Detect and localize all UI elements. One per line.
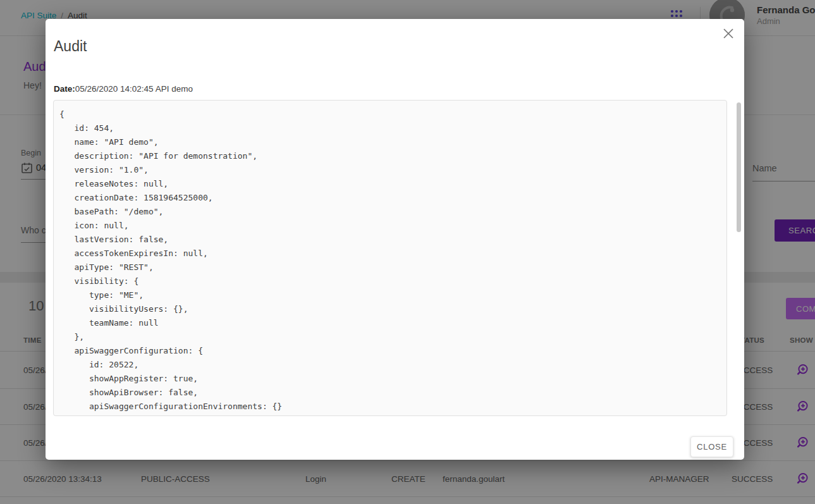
modal-date-line: Date:05/26/2020 14:02:45 API demo bbox=[54, 84, 193, 94]
screen: API Suite/Audit Fernanda Goulart Admin bbox=[0, 0, 815, 504]
close-button[interactable]: CLOSE bbox=[690, 436, 733, 457]
audit-json-code-block: { id: 454, name: "API demo", description… bbox=[53, 100, 727, 416]
modal-scrollbar-thumb[interactable] bbox=[737, 102, 741, 232]
audit-json-content: { id: 454, name: "API demo", description… bbox=[54, 101, 726, 414]
modal-date-value: 05/26/2020 14:02:45 API demo bbox=[75, 84, 193, 94]
close-icon[interactable] bbox=[720, 25, 737, 42]
modal-date-label: Date: bbox=[54, 84, 75, 94]
audit-modal: Audit Date:05/26/2020 14:02:45 API demo … bbox=[46, 19, 744, 460]
modal-title: Audit bbox=[54, 38, 87, 55]
